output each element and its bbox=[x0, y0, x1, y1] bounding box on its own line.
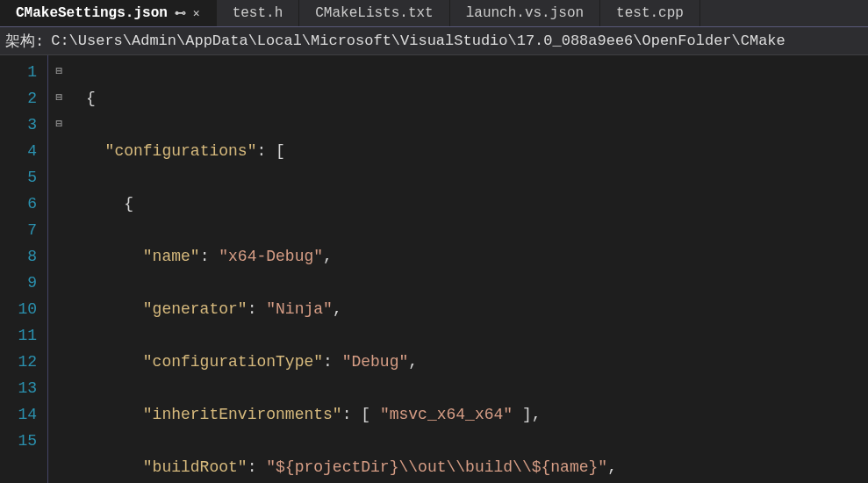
json-key: "configurations" bbox=[105, 142, 257, 160]
fold-toggle bbox=[48, 270, 70, 296]
line-number: 3 bbox=[0, 112, 37, 138]
brace: { bbox=[124, 195, 133, 213]
tab-label: launch.vs.json bbox=[466, 5, 584, 21]
code-line[interactable]: "inheritEnvironments": [ "msvc_x64_x64" … bbox=[86, 401, 655, 428]
line-number: 6 bbox=[0, 191, 37, 217]
fold-toggle bbox=[48, 375, 70, 401]
code-line[interactable]: "configurationType": "Debug", bbox=[86, 349, 655, 375]
tab-cmakesettings[interactable]: CMakeSettings.json ⊷ ✕ bbox=[0, 0, 217, 26]
json-value: "Ninja" bbox=[266, 300, 333, 318]
line-number: 15 bbox=[0, 428, 37, 454]
line-number: 10 bbox=[0, 296, 37, 322]
line-number: 14 bbox=[0, 401, 37, 428]
fold-toggle[interactable]: ⊟ bbox=[48, 59, 70, 85]
tab-label: CMakeLists.txt bbox=[315, 5, 433, 21]
tab-label: test.h bbox=[233, 5, 283, 21]
json-key: "inheritEnvironments" bbox=[143, 406, 342, 423]
line-number: 5 bbox=[0, 164, 37, 191]
tab-bar: CMakeSettings.json ⊷ ✕ test.h CMakeLists… bbox=[0, 0, 868, 27]
fold-toggle[interactable]: ⊟ bbox=[48, 85, 70, 112]
tab-launch-vs[interactable]: launch.vs.json bbox=[450, 0, 600, 26]
line-number: 7 bbox=[0, 217, 37, 243]
fold-toggle bbox=[48, 428, 70, 454]
tab-label: CMakeSettings.json bbox=[16, 5, 168, 21]
fold-toggle bbox=[48, 296, 70, 322]
fold-toggle bbox=[48, 243, 70, 270]
schema-label: 架构: bbox=[5, 31, 44, 51]
code-line[interactable]: { bbox=[86, 191, 655, 217]
line-number: 8 bbox=[0, 243, 37, 270]
json-key: "configurationType" bbox=[143, 353, 323, 371]
fold-toggle bbox=[48, 138, 70, 164]
fold-toggle[interactable]: ⊟ bbox=[48, 112, 70, 138]
schema-pathbar: 架构: C:\Users\Admin\AppData\Local\Microso… bbox=[0, 27, 868, 55]
line-number: 12 bbox=[0, 349, 37, 375]
json-key: "name" bbox=[143, 248, 200, 265]
tab-test-h[interactable]: test.h bbox=[217, 0, 300, 26]
editor-area[interactable]: 1 2 3 4 5 6 7 8 9 10 11 12 13 14 15 ⊟ ⊟ … bbox=[0, 55, 868, 483]
tab-test-cpp[interactable]: test.cpp bbox=[600, 0, 700, 26]
code-content[interactable]: { "configurations": [ { "name": "x64-Deb… bbox=[70, 55, 655, 483]
json-value: "${projectDir}\\out\\build\\${name}" bbox=[266, 458, 607, 476]
json-value: "x64-Debug" bbox=[219, 248, 323, 265]
json-key: "buildRoot" bbox=[143, 458, 247, 476]
tab-cmakelists[interactable]: CMakeLists.txt bbox=[299, 0, 449, 26]
json-value: "msvc_x64_x64" bbox=[380, 406, 513, 423]
fold-toggle bbox=[48, 191, 70, 217]
fold-toggle bbox=[48, 322, 70, 349]
schema-path: C:\Users\Admin\AppData\Local\Microsoft\V… bbox=[51, 32, 786, 49]
code-line[interactable]: "configurations": [ bbox=[86, 138, 655, 164]
fold-toggle bbox=[48, 401, 70, 428]
pin-icon[interactable]: ⊷ bbox=[175, 6, 186, 20]
line-number: 9 bbox=[0, 270, 37, 296]
fold-toggle bbox=[48, 164, 70, 191]
line-number: 2 bbox=[0, 85, 37, 112]
fold-toggle bbox=[48, 217, 70, 243]
line-number-gutter: 1 2 3 4 5 6 7 8 9 10 11 12 13 14 15 bbox=[0, 55, 48, 483]
code-line[interactable]: "buildRoot": "${projectDir}\\out\\build\… bbox=[86, 454, 655, 480]
close-icon[interactable]: ✕ bbox=[193, 6, 200, 20]
code-line[interactable]: "generator": "Ninja", bbox=[86, 296, 655, 322]
brace: { bbox=[86, 90, 96, 107]
line-number: 11 bbox=[0, 322, 37, 349]
tab-label: test.cpp bbox=[616, 5, 684, 21]
line-number: 1 bbox=[0, 59, 37, 85]
code-line[interactable]: { bbox=[86, 85, 655, 112]
code-line[interactable]: "name": "x64-Debug", bbox=[86, 243, 655, 270]
json-key: "generator" bbox=[143, 300, 247, 318]
fold-toggle bbox=[48, 349, 70, 375]
line-number: 4 bbox=[0, 138, 37, 164]
line-number: 13 bbox=[0, 375, 37, 401]
punct: : [ bbox=[256, 142, 284, 160]
fold-gutter: ⊟ ⊟ ⊟ bbox=[48, 55, 70, 483]
json-value: "Debug" bbox=[342, 353, 409, 371]
